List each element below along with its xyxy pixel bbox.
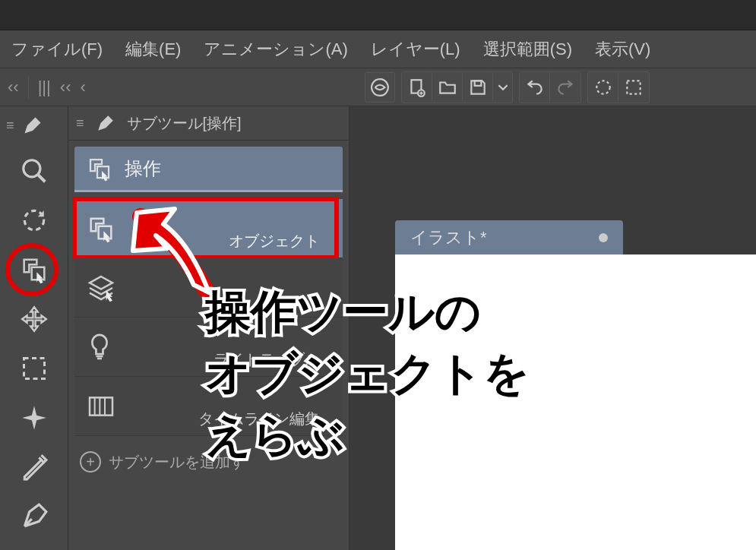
nav-prev-icon[interactable]: ‹ <box>80 77 85 97</box>
open-file-icon[interactable] <box>432 72 463 103</box>
menubar: ファイル(F) 編集(E) アニメーション(A) レイヤー(L) 選択範囲(S)… <box>0 30 756 68</box>
drag-handle-icon[interactable]: ||| <box>38 77 51 97</box>
pen-icon <box>22 115 43 136</box>
tool-palette: ≡ <box>0 106 68 550</box>
deselect-icon[interactable] <box>588 72 618 103</box>
titlebar <box>0 0 756 30</box>
pen-tool[interactable] <box>13 498 55 536</box>
menu-layer[interactable]: レイヤー(L) <box>371 38 460 61</box>
menu-view[interactable]: 表示(V) <box>595 38 650 61</box>
document-tab-label: イラスト* <box>410 226 487 249</box>
modified-indicator-icon <box>599 233 608 242</box>
svg-rect-2 <box>474 81 481 86</box>
svg-rect-4 <box>627 81 640 93</box>
undo-redo-group <box>519 71 581 103</box>
nav-prev-double-icon[interactable]: ‹‹ <box>60 77 71 97</box>
marquee-tool[interactable] <box>13 349 55 387</box>
subtool-tab-operation[interactable]: 操作 <box>74 147 343 192</box>
select-rect-icon[interactable] <box>618 72 649 103</box>
svg-rect-8 <box>90 397 112 415</box>
menu-file[interactable]: ファイル(F) <box>11 38 103 61</box>
new-file-icon[interactable] <box>402 72 432 103</box>
dropdown-icon[interactable] <box>493 72 512 103</box>
menu-icon[interactable]: ≡ <box>76 115 84 131</box>
annotation-line2: オブジェクトを <box>205 343 530 404</box>
pencil-tool[interactable] <box>13 547 55 550</box>
file-group <box>401 71 513 103</box>
plus-icon: + <box>80 451 101 473</box>
svg-point-6 <box>24 210 43 229</box>
subtool-object-label: オブジェクト <box>229 231 320 251</box>
wand-tool[interactable] <box>13 399 55 437</box>
subtool-title: サブツール[操作] <box>127 113 242 134</box>
menu-animation[interactable]: アニメーション(A) <box>204 38 347 61</box>
menu-edit[interactable]: 編集(E) <box>125 38 181 61</box>
document-tab[interactable]: イラスト* <box>395 220 623 254</box>
operation-tool[interactable] <box>13 251 55 289</box>
nav-controls: ‹‹ ||| ‹‹ ‹ <box>0 76 357 99</box>
redo-icon[interactable] <box>550 72 580 103</box>
command-bar: ‹‹ ||| ‹‹ ‹ <box>0 68 756 106</box>
misc-group <box>587 71 650 103</box>
annotation-line1: 操作ツールの <box>205 281 530 343</box>
undo-icon[interactable] <box>520 72 550 103</box>
nav-first-icon[interactable]: ‹‹ <box>8 77 19 97</box>
zoom-tool[interactable] <box>13 152 55 190</box>
rotate-tool[interactable] <box>13 201 55 239</box>
eyedropper-tool[interactable] <box>13 448 55 486</box>
menu-selection[interactable]: 選択範囲(S) <box>483 38 572 61</box>
highlight-circle <box>5 243 59 296</box>
svg-rect-7 <box>24 359 44 379</box>
move-tool[interactable] <box>13 300 55 338</box>
annotation-line3: えらぶ <box>205 404 530 466</box>
toolbar <box>357 71 650 103</box>
svg-point-3 <box>596 81 609 93</box>
svg-point-5 <box>23 160 40 177</box>
subtool-tab-label: 操作 <box>125 156 161 181</box>
menu-icon[interactable]: ≡ <box>6 118 14 134</box>
annotation-text: 操作ツールの オブジェクトを えらぶ <box>205 281 530 466</box>
save-icon[interactable] <box>463 72 493 103</box>
quick-access-icon[interactable] <box>365 72 395 103</box>
subtool-pen-icon <box>96 113 115 133</box>
